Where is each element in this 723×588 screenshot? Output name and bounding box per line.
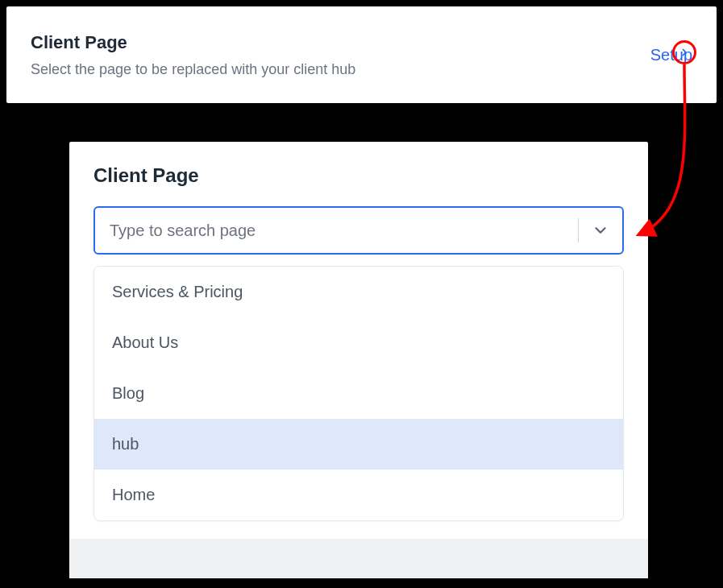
page-search-combobox[interactable]	[93, 206, 624, 255]
chevron-down-icon	[592, 222, 609, 239]
header-text-col: Client Page Select the page to be replac…	[31, 32, 355, 78]
client-page-header: Client Page Select the page to be replac…	[6, 6, 717, 103]
setup-callout-circle	[672, 40, 696, 64]
option-hub[interactable]: hub	[94, 419, 623, 470]
page-search-input[interactable]	[95, 208, 578, 253]
page-options-list: Services & Pricing About Us Blog hub Hom…	[93, 266, 624, 521]
option-home[interactable]: Home	[94, 470, 623, 520]
chevron-right-icon	[679, 48, 689, 57]
option-services-pricing[interactable]: Services & Pricing	[94, 267, 623, 317]
panel-title: Client Page	[93, 164, 624, 187]
option-blog[interactable]: Blog	[94, 368, 623, 419]
option-about-us[interactable]: About Us	[94, 317, 623, 368]
dropdown-toggle[interactable]	[579, 208, 622, 253]
client-page-panel: Client Page Services & Pricing About Us …	[69, 142, 648, 539]
header-subtitle: Select the page to be replaced with your…	[31, 61, 355, 78]
header-title: Client Page	[31, 32, 355, 53]
